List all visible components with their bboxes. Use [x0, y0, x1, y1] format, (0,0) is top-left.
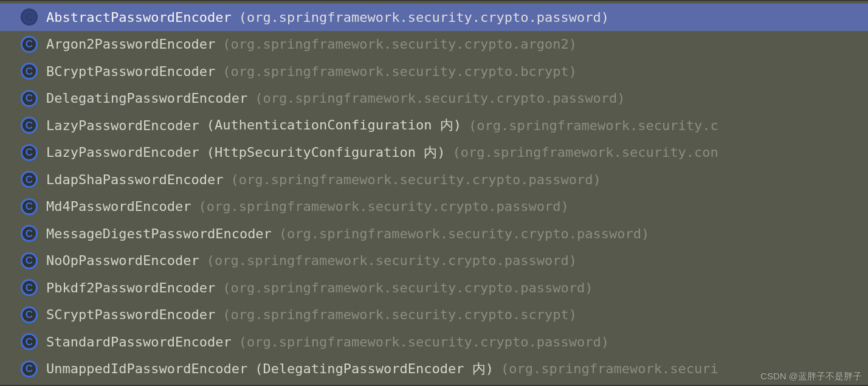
package-text: (org.springframework.security.crypto.pas…	[207, 253, 577, 268]
package-text: (org.springframework.security.crypto.scr…	[222, 307, 577, 322]
package-text: (org.springframework.security.crypto.pas…	[255, 91, 625, 106]
suggestion-row[interactable]: CBCryptPasswordEncoder(org.springframewo…	[0, 58, 868, 85]
package-text: (org.springframework.security.crypto.pas…	[198, 199, 568, 214]
package-text: (org.springframework.security.crypto.pas…	[239, 334, 609, 350]
suggestion-row[interactable]: CPbkdf2PasswordEncoder(org.springframewo…	[0, 274, 868, 302]
class-icon: C	[21, 36, 38, 53]
qualifier-text: (HttpSecurityConfiguration 内)	[207, 143, 446, 162]
class-name: AbstractPasswordEncoder	[46, 10, 232, 25]
class-icon: C	[21, 90, 38, 107]
package-text: (org.springframework.security.crypto.pas…	[279, 226, 649, 241]
suggestion-row[interactable]: CLazyPasswordEncoder(HttpSecurityConfigu…	[0, 139, 868, 167]
suggestion-row[interactable]: CMessageDigestPasswordEncoder(org.spring…	[0, 220, 868, 247]
class-name: LdapShaPasswordEncoder	[46, 172, 223, 187]
class-name: NoOpPasswordEncoder	[46, 253, 199, 268]
suggestion-row[interactable]: CLazyPasswordEncoder(AuthenticationConfi…	[0, 112, 868, 139]
class-icon: C	[21, 9, 38, 26]
package-text: (org.springframework.security.crypto.pas…	[222, 280, 593, 295]
suggestion-row[interactable]: CDelegatingPasswordEncoder(org.springfra…	[0, 85, 868, 112]
class-name: BCryptPasswordEncoder	[46, 64, 215, 79]
class-icon: C	[21, 279, 38, 296]
class-name: Md4PasswordEncoder	[46, 199, 191, 214]
class-icon: C	[21, 63, 38, 80]
class-icon: C	[21, 333, 38, 350]
suggestion-row[interactable]: CMd4PasswordEncoder(org.springframework.…	[0, 193, 868, 221]
suggestion-row[interactable]: CArgon2PasswordEncoder(org.springframewo…	[0, 31, 868, 58]
class-icon: C	[21, 144, 38, 161]
package-text: (org.springframework.securi	[501, 361, 718, 376]
class-name: Argon2PasswordEncoder	[46, 36, 215, 52]
class-name: LazyPasswordEncoder	[46, 145, 199, 160]
class-name: DelegatingPasswordEncoder	[46, 91, 247, 106]
class-name: Pbkdf2PasswordEncoder	[46, 280, 215, 295]
class-icon: C	[21, 360, 38, 377]
suggestion-row[interactable]: CNoOpPasswordEncoder(org.springframework…	[0, 247, 868, 275]
class-icon: C	[21, 252, 38, 269]
suggestion-row[interactable]: CUnmappedIdPasswordEncoder(DelegatingPas…	[0, 356, 868, 383]
class-name: MessageDigestPasswordEncoder	[46, 226, 272, 241]
package-text: (org.springframework.security.crypto.pas…	[230, 172, 601, 187]
package-text: (org.springframework.security.con	[453, 145, 718, 160]
class-icon: C	[21, 198, 38, 215]
suggestion-row[interactable]: CAbstractPasswordEncoder(org.springframe…	[0, 4, 868, 31]
class-name: SCryptPasswordEncoder	[46, 307, 215, 322]
qualifier-text: (DelegatingPasswordEncoder 内)	[255, 360, 494, 378]
watermark-text: CSDN @蓝胖子不是胖子	[760, 371, 862, 382]
package-text: (org.springframework.security.c	[469, 118, 718, 133]
class-name: UnmappedIdPasswordEncoder	[46, 361, 247, 376]
package-text: (org.springframework.security.crypto.pas…	[239, 10, 609, 25]
suggestion-row[interactable]: CSCryptPasswordEncoder(org.springframewo…	[0, 302, 868, 329]
class-name: StandardPasswordEncoder	[46, 334, 232, 350]
class-icon: C	[21, 171, 38, 188]
package-text: (org.springframework.security.crypto.bcr…	[222, 64, 577, 79]
class-suggestion-list: CAbstractPasswordEncoder(org.springframe…	[0, 0, 868, 386]
suggestion-row[interactable]: CLdapShaPasswordEncoder(org.springframew…	[0, 166, 868, 193]
class-icon: C	[21, 225, 38, 242]
qualifier-text: (AuthenticationConfiguration 内)	[207, 116, 461, 134]
class-name: LazyPasswordEncoder	[46, 118, 199, 133]
class-icon: C	[21, 117, 38, 134]
class-icon: C	[21, 306, 38, 323]
suggestion-row[interactable]: CStandardPasswordEncoder(org.springframe…	[0, 328, 868, 356]
package-text: (org.springframework.security.crypto.arg…	[222, 36, 577, 52]
